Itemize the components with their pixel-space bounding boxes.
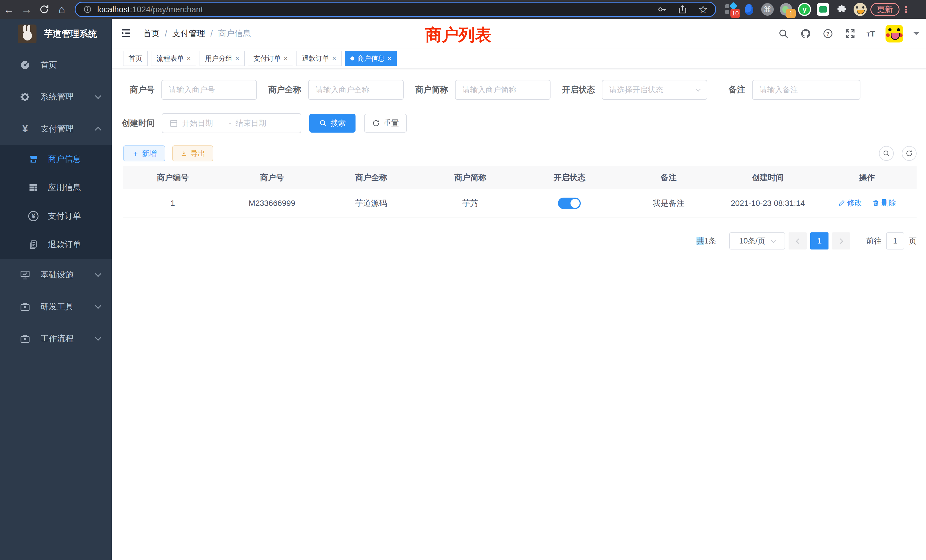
col-create-time: 创建时间 <box>718 166 817 189</box>
navbar-actions: ? TT <box>778 19 919 48</box>
tab-merchant-info[interactable]: 商户信息× <box>345 51 397 66</box>
remark-input[interactable] <box>760 86 853 94</box>
date-range-picker[interactable]: - <box>162 113 301 133</box>
col-full-name: 商户全称 <box>322 166 421 189</box>
tags-view-bar: 首页 流程表单× 用户分组× 支付订单× 退款订单× 商户信息× <box>112 48 926 68</box>
sidebar-item-system[interactable]: 系统管理 <box>0 81 112 113</box>
dashboard-icon <box>19 59 31 71</box>
url-path: :1024/pay/merchant <box>130 5 203 14</box>
sidebar-item-refund-order[interactable]: 退款订单 <box>0 230 112 259</box>
close-icon[interactable]: × <box>387 55 392 62</box>
password-key-icon[interactable] <box>657 5 667 14</box>
font-size-button[interactable]: TT <box>866 29 875 38</box>
prev-page-button[interactable] <box>788 232 807 250</box>
sidebar-item-infrastructure[interactable]: 基础设施 <box>0 259 112 291</box>
close-icon[interactable]: × <box>284 55 287 62</box>
yen-icon: ¥ <box>19 123 31 135</box>
sidebar-item-pay-order[interactable]: ¥ 支付订单 <box>0 202 112 230</box>
extension-grid[interactable]: 10 <box>723 2 738 17</box>
trash-icon <box>872 199 879 207</box>
refresh-icon <box>905 150 913 157</box>
chevron-down-icon <box>95 271 101 277</box>
browser-toolbar: ← → ⌂ localhost:1024/pay/merchant ☆ 10 ⌘… <box>0 0 926 19</box>
search-button[interactable]: 搜索 <box>309 114 356 133</box>
active-tab-dot <box>350 56 354 61</box>
chevron-down-icon <box>695 86 701 92</box>
page-info-icon[interactable] <box>83 5 92 14</box>
refresh-icon <box>372 119 380 127</box>
address-bar[interactable]: localhost:1024/pay/merchant ☆ <box>75 2 716 17</box>
export-button[interactable]: 导出 <box>172 145 213 161</box>
close-icon[interactable]: × <box>332 55 336 62</box>
extension-egg[interactable]: 1 <box>779 2 793 17</box>
command-icon: ⌘ <box>761 3 774 16</box>
status-toggle[interactable] <box>558 198 581 209</box>
extension-y[interactable]: y <box>797 2 812 17</box>
browser-forward-button[interactable]: → <box>18 1 35 18</box>
goto-page-input[interactable] <box>886 232 904 250</box>
sidebar-collapse-button[interactable] <box>120 27 133 40</box>
user-menu-caret-icon[interactable] <box>914 32 919 38</box>
page-size-select[interactable]: 10条/页 <box>729 232 785 250</box>
extension-command[interactable]: ⌘ <box>760 2 775 17</box>
sidebar-item-workflow[interactable]: 工作流程 <box>0 323 112 355</box>
user-avatar[interactable] <box>885 25 903 42</box>
browser-reload-button[interactable] <box>35 1 53 18</box>
end-date-input[interactable] <box>236 119 278 128</box>
profile-avatar[interactable] <box>853 2 867 17</box>
close-icon[interactable]: × <box>235 55 239 62</box>
reset-button[interactable]: 重置 <box>364 114 407 133</box>
help-button[interactable]: ? <box>822 28 834 39</box>
chrome-update-button[interactable]: 更新 <box>870 3 899 16</box>
tab-process-form[interactable]: 流程表单× <box>151 51 196 66</box>
start-date-input[interactable] <box>182 119 225 128</box>
extensions-area: 10 ⌘ 1 y <box>723 2 867 17</box>
cell-short-name: 芋艿 <box>421 189 520 218</box>
next-page-button[interactable] <box>832 232 850 250</box>
short-name-input[interactable] <box>462 86 543 94</box>
share-icon[interactable] <box>678 5 687 14</box>
status-select[interactable]: 请选择开启状态 <box>602 80 707 100</box>
chevron-down-icon <box>771 238 776 243</box>
close-icon[interactable]: × <box>187 55 191 62</box>
extension-chat[interactable] <box>816 2 831 17</box>
tab-pay-order[interactable]: 支付订单× <box>248 51 293 66</box>
sidebar-item-dev-tools[interactable]: 研发工具 <box>0 291 112 323</box>
current-page-button[interactable]: 1 <box>810 232 829 250</box>
breadcrumb-current: 商户信息 <box>218 28 251 39</box>
tab-user-group[interactable]: 用户分组× <box>200 51 245 66</box>
red-annotation-title: 商户列表 <box>425 24 492 46</box>
filter-row-1: 商户号 商户全称 商户简称 开启状态 请选择开启状态 备注 <box>130 80 861 100</box>
merchant-table: 商户编号 商户号 商户全称 商户简称 开启状态 备注 创建时间 操作 1 M23… <box>123 166 917 218</box>
merchant-no-label: 商户号 <box>130 84 154 95</box>
fullscreen-button[interactable] <box>844 28 856 39</box>
filter-row-2: 创建时间 - 搜索 重置 <box>122 113 407 133</box>
sidebar-item-home[interactable]: 首页 <box>0 49 112 81</box>
extension-gem[interactable] <box>741 2 757 17</box>
show-search-toggle-button[interactable] <box>879 146 894 161</box>
full-name-input[interactable] <box>316 86 396 94</box>
merchant-no-input[interactable] <box>169 86 250 94</box>
browser-home-button[interactable]: ⌂ <box>53 1 71 18</box>
sidebar-item-payment[interactable]: ¥ 支付管理 <box>0 113 112 145</box>
sidebar-item-merchant-info[interactable]: 商户信息 <box>0 145 112 173</box>
browser-menu-button[interactable]: ⋮ <box>902 5 910 15</box>
add-button[interactable]: ＋ 新增 <box>123 145 165 161</box>
github-link[interactable] <box>800 28 812 39</box>
sidebar-item-app-info[interactable]: 应用信息 <box>0 173 112 202</box>
edit-link[interactable]: 修改 <box>838 198 862 208</box>
table-grid-icon <box>27 182 39 194</box>
fullscreen-icon <box>845 28 856 39</box>
tab-home[interactable]: 首页 <box>123 51 148 66</box>
header-search-button[interactable] <box>778 28 790 39</box>
breadcrumb-home[interactable]: 首页 <box>143 28 160 39</box>
bookmark-star-icon[interactable]: ☆ <box>698 4 708 15</box>
sidebar-logo[interactable]: 芋道管理系统 <box>0 19 112 49</box>
tab-refund-order[interactable]: 退款订单× <box>297 51 342 66</box>
extensions-menu-button[interactable] <box>834 2 849 17</box>
breadcrumb-payment[interactable]: 支付管理 <box>172 28 205 39</box>
refresh-table-button[interactable] <box>902 146 917 161</box>
delete-link[interactable]: 删除 <box>872 198 896 208</box>
y-logo-icon: y <box>798 3 811 16</box>
browser-back-button[interactable]: ← <box>0 1 18 18</box>
